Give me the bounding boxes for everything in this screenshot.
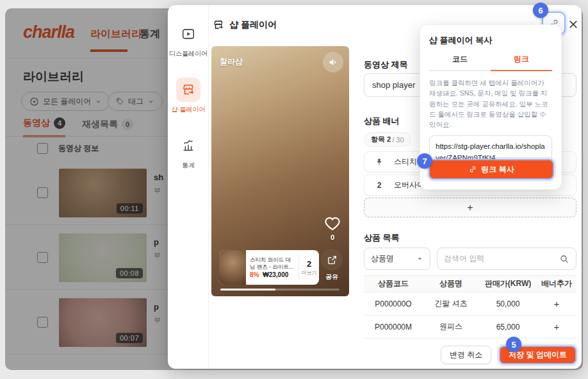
product-table-header: 상품코드 상품명 판매가(KRW) 배너추가 — [364, 275, 576, 292]
heart-icon — [323, 214, 341, 232]
popup-title: 샵 플레이어 복사 — [429, 35, 552, 46]
product-list-label: 상품 목록 — [364, 232, 400, 244]
sound-icon[interactable] — [323, 52, 343, 72]
player-brand-label: 찰라샵 — [220, 56, 243, 67]
modal-rail: 디스플레이어 샵 플레이어 통계 — [168, 5, 209, 369]
product-filter-select[interactable]: 상품명 — [364, 248, 430, 270]
share-control[interactable]: 공유 — [321, 249, 343, 282]
product-card-thumbnail — [219, 250, 246, 285]
stats-icon — [176, 133, 200, 158]
display-player-icon — [176, 22, 200, 46]
cancel-changes-button[interactable]: 변경 취소 — [441, 346, 491, 364]
video-title-label: 동영상 제목 — [364, 59, 408, 71]
pin-icon — [364, 158, 394, 167]
video-progress-bar[interactable] — [220, 289, 339, 291]
annotation-step-5: 5 — [506, 337, 521, 352]
product-banner-label: 상품 배너 — [364, 115, 400, 127]
banner-row-index: 2 — [364, 181, 394, 190]
product-search-input[interactable]: 검색어 입력 — [437, 248, 576, 270]
product-table: 상품코드 상품명 판매가(KRW) 배너추가 P000000O 긴팔 셔츠 50… — [364, 275, 576, 339]
product-price: 65,000 — [479, 323, 537, 332]
annotation-step-7: 7 — [417, 153, 432, 169]
product-code: P000000O — [364, 299, 423, 308]
like-count: 0 — [331, 233, 334, 241]
link-icon — [468, 165, 477, 174]
shop-icon — [213, 19, 224, 31]
like-control[interactable]: 0 — [323, 214, 341, 241]
add-banner-button[interactable]: + — [364, 198, 576, 217]
rail-item-shop-player[interactable]: 샵 플레이어 — [168, 71, 209, 121]
product-table-row: P000000O 긴팔 셔츠 50,000 + — [364, 292, 576, 316]
product-price: 50,000 — [479, 299, 537, 308]
shop-player-modal: 디스플레이어 샵 플레이어 통계 샵 플레이어 6 찰라샵 — [168, 5, 582, 369]
product-discount: 8% — [250, 271, 259, 278]
tab-code[interactable]: 코드 — [429, 54, 491, 71]
shop-player-icon — [176, 78, 200, 102]
product-code: P000000M — [364, 323, 423, 332]
rail-item-display-player[interactable]: 디스플레이어 — [168, 15, 209, 65]
share-icon — [321, 249, 343, 271]
product-more-button[interactable]: 2 더보기 — [298, 255, 319, 280]
product-table-row: P000000M 원피스 65,000 + — [364, 316, 576, 339]
video-progress-fill — [220, 289, 275, 291]
copy-link-button[interactable]: 링크 복사 — [429, 159, 554, 180]
rail-item-stats[interactable]: 통계 — [168, 127, 209, 176]
shop-player-copy-popup: 샵 플레이어 복사 코드 링크 링크를 클릭하면 새 탭에서 플레이어가 재생돼… — [420, 24, 562, 190]
product-card-title: 스티치 와이드 데님 팬츠 - 라이트... — [250, 257, 295, 270]
popup-description: 링크를 클릭하면 새 탭에서 플레이어가 재생돼요. SNS, 문자, 메일 및… — [429, 78, 552, 130]
modal-title: 샵 플레이어 — [213, 19, 277, 31]
shop-player-preview[interactable]: 찰라샵 0 공유 스티치 와이드 데님 팬츠 - 라이트... 8% ₩23,0… — [211, 46, 349, 296]
close-icon[interactable] — [568, 19, 579, 30]
add-product-button[interactable]: + — [537, 321, 576, 332]
tab-link[interactable]: 링크 — [491, 54, 552, 71]
product-card[interactable]: 스티치 와이드 데님 팬츠 - 라이트... 8% ₩23,000 2 더보기 — [219, 250, 319, 285]
banner-items-count: 항목 2 / 30 — [364, 132, 411, 147]
annotation-step-6: 6 — [533, 3, 548, 18]
add-product-button[interactable]: + — [537, 298, 576, 309]
chevron-down-icon — [416, 255, 423, 262]
product-name: 긴팔 셔츠 — [423, 298, 479, 309]
product-price: ₩23,000 — [263, 271, 288, 278]
search-icon[interactable] — [559, 254, 569, 264]
product-name: 원피스 — [423, 321, 479, 332]
